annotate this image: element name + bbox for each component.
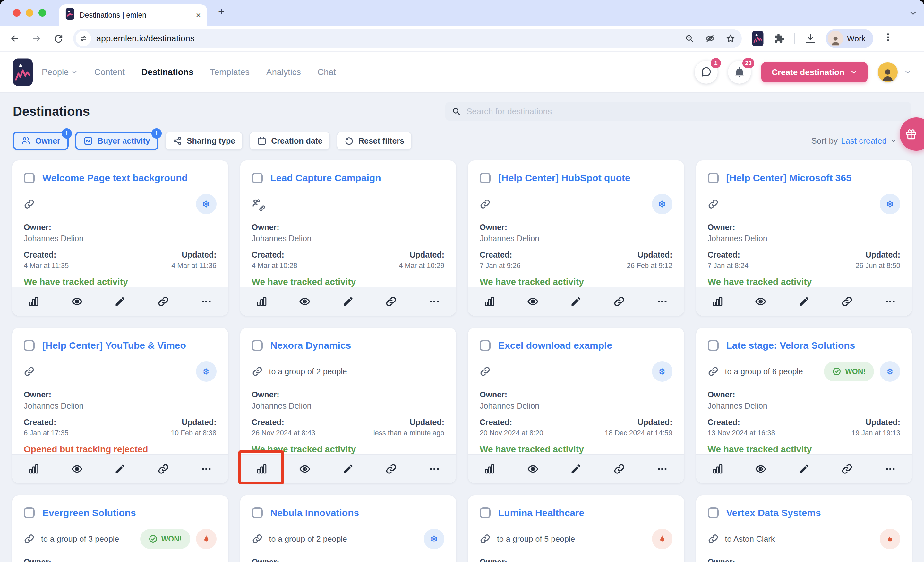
nav-item-content[interactable]: Content xyxy=(94,67,125,77)
edit-button[interactable] xyxy=(327,288,370,316)
card-title-link[interactable]: Excel download example xyxy=(498,340,612,351)
copy-link-button[interactable] xyxy=(598,455,641,483)
preview-button[interactable] xyxy=(739,288,783,316)
copy-link-button[interactable] xyxy=(598,288,641,316)
edit-button[interactable] xyxy=(327,455,370,483)
window-minimize-button[interactable] xyxy=(26,9,33,16)
more-button[interactable] xyxy=(641,455,684,483)
nav-item-people[interactable]: People xyxy=(42,67,78,77)
nav-item-templates[interactable]: Templates xyxy=(210,67,250,77)
reload-button[interactable] xyxy=(51,31,66,45)
filter-sharing-type[interactable]: Sharing type xyxy=(165,132,243,150)
copy-link-button[interactable] xyxy=(142,288,185,316)
eye-off-icon[interactable] xyxy=(705,34,715,43)
edit-button[interactable] xyxy=(99,288,142,316)
edit-button[interactable] xyxy=(554,288,598,316)
preview-button[interactable] xyxy=(512,455,555,483)
more-button[interactable] xyxy=(185,455,228,483)
copy-link-button[interactable] xyxy=(825,288,869,316)
analytics-button[interactable] xyxy=(468,455,512,483)
analytics-button[interactable] xyxy=(696,455,740,483)
edit-button[interactable] xyxy=(783,288,826,316)
preview-button[interactable] xyxy=(512,288,555,316)
card-title-link[interactable]: Vertex Data Systems xyxy=(726,508,821,519)
more-button[interactable] xyxy=(641,288,684,316)
analytics-button[interactable] xyxy=(468,288,512,316)
card-checkbox[interactable] xyxy=(480,508,490,519)
search-box[interactable] xyxy=(446,102,911,121)
tab-search-chevron-icon[interactable] xyxy=(909,8,918,17)
nav-item-destinations[interactable]: Destinations xyxy=(141,67,194,77)
card-checkbox[interactable] xyxy=(252,172,263,183)
window-zoom-button[interactable] xyxy=(39,9,46,16)
card-title-link[interactable]: Nexora Dynamics xyxy=(270,340,351,351)
create-destination-button[interactable]: Create destination xyxy=(761,62,867,82)
account-chevron-icon[interactable] xyxy=(908,66,911,78)
browser-tab[interactable]: Destinations | emlen × xyxy=(59,4,207,25)
card-title-link[interactable]: [Help Center] Microsoft 365 xyxy=(726,172,852,183)
analytics-button[interactable] xyxy=(696,288,740,316)
preview-button[interactable] xyxy=(739,455,783,483)
forward-button[interactable] xyxy=(30,31,44,45)
card-checkbox[interactable] xyxy=(24,340,34,351)
card-checkbox[interactable] xyxy=(252,508,263,519)
card-title-link[interactable]: [Help Center] YouTube & Vimeo xyxy=(42,340,186,351)
card-title-link[interactable]: Late stage: Velora Solutions xyxy=(726,340,855,351)
browser-profile-chip[interactable]: Work xyxy=(826,29,873,48)
card-title-link[interactable]: Lumina Healthcare xyxy=(498,508,584,519)
copy-link-button[interactable] xyxy=(370,288,413,316)
address-bar[interactable]: app.emlen.io/destinations xyxy=(73,29,742,48)
close-tab-icon[interactable]: × xyxy=(196,11,201,19)
card-checkbox[interactable] xyxy=(708,340,718,351)
site-settings-icon[interactable] xyxy=(76,31,91,46)
analytics-button[interactable] xyxy=(12,288,56,316)
card-title-link[interactable]: Nebula Innovations xyxy=(270,508,359,519)
copy-link-button[interactable] xyxy=(142,455,185,483)
nav-item-analytics[interactable]: Analytics xyxy=(266,67,301,77)
bookmark-star-icon[interactable] xyxy=(726,34,735,43)
card-title-link[interactable]: Welcome Page text background xyxy=(42,172,188,183)
sort-value[interactable]: Last created xyxy=(841,136,887,146)
edit-button[interactable] xyxy=(783,455,826,483)
card-checkbox[interactable] xyxy=(24,508,34,519)
card-checkbox[interactable] xyxy=(708,508,718,519)
copy-link-button[interactable] xyxy=(370,455,413,483)
preview-button[interactable] xyxy=(56,455,99,483)
filter-creation-date[interactable]: Creation date xyxy=(249,132,330,150)
card-checkbox[interactable] xyxy=(480,172,490,183)
downloads-icon[interactable] xyxy=(805,33,816,44)
user-avatar[interactable] xyxy=(878,62,898,82)
window-close-button[interactable] xyxy=(13,9,21,16)
more-button[interactable] xyxy=(413,455,456,483)
analytics-button[interactable] xyxy=(240,288,284,316)
card-title-link[interactable]: Lead Capture Campaign xyxy=(270,172,381,183)
filter-owner[interactable]: Owner 1 xyxy=(13,132,69,150)
more-button[interactable] xyxy=(869,288,912,316)
reset-filters-button[interactable]: Reset filters xyxy=(336,132,412,150)
analytics-button[interactable] xyxy=(12,455,56,483)
messages-button[interactable]: 1 xyxy=(694,61,718,84)
preview-button[interactable] xyxy=(283,455,327,483)
new-tab-button[interactable]: + xyxy=(218,5,225,18)
card-checkbox[interactable] xyxy=(24,172,34,183)
copy-link-button[interactable] xyxy=(825,455,869,483)
card-checkbox[interactable] xyxy=(708,172,718,183)
card-title-link[interactable]: [Help Center] HubSpot quote xyxy=(498,172,630,183)
more-button[interactable] xyxy=(185,288,228,316)
search-input[interactable] xyxy=(466,106,905,117)
back-button[interactable] xyxy=(8,31,22,45)
card-title-link[interactable]: Evergreen Solutions xyxy=(42,508,136,519)
more-button[interactable] xyxy=(869,455,912,483)
emlen-logo[interactable] xyxy=(13,58,33,86)
emlen-extension-icon[interactable] xyxy=(752,31,764,46)
nav-item-chat[interactable]: Chat xyxy=(318,67,336,77)
edit-button[interactable] xyxy=(99,455,142,483)
more-button[interactable] xyxy=(413,288,456,316)
card-checkbox[interactable] xyxy=(480,340,490,351)
card-checkbox[interactable] xyxy=(252,340,263,351)
filter-buyer-activity[interactable]: Buyer activity 1 xyxy=(75,132,159,150)
edit-button[interactable] xyxy=(554,455,598,483)
extensions-puzzle-icon[interactable] xyxy=(773,33,785,44)
zoom-out-icon[interactable] xyxy=(685,34,694,43)
preview-button[interactable] xyxy=(56,288,99,316)
